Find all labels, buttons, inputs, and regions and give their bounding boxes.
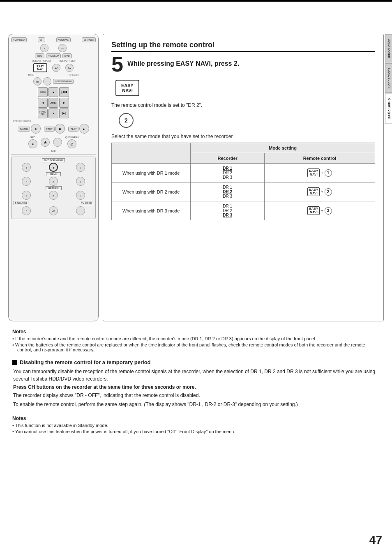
page-number: 47 [369, 533, 382, 547]
num-2-btn: 2 [49, 163, 58, 172]
bottom-notes-section: Notes • This function is not available i… [8, 416, 384, 435]
num-7-btn: 7 [22, 191, 31, 200]
side-tabs: Introduction Connections Basic Setup [385, 34, 392, 124]
remote-illustration: TV/VIDEO CH VOLUME CH/Page ∨ — HDD TIMES… [8, 34, 99, 321]
hdd-btn: HDD [35, 53, 44, 58]
tv-video-btn: TV/VIDEO [11, 37, 27, 42]
table-row: When using with DR 3 modeDR 1DR 2DR 3EAS… [112, 201, 375, 220]
stop-label-btn: STOP [44, 127, 55, 132]
vol-down-btn: ∨ [40, 44, 48, 52]
tv-guide-label: TV Guide [68, 74, 78, 76]
skip-btn: ↪ [65, 64, 74, 72]
tab-basic-setup[interactable]: Basic Setup [385, 94, 392, 124]
notes-item: • If the recorder's mode and the remote … [12, 336, 380, 341]
table-row: When using with DR 2 modeDR 1DR 2DR 3EAS… [112, 182, 375, 201]
nav-down-btn: ▼ [48, 108, 58, 118]
table-cell-remote: EASY NAVI+3 [265, 201, 375, 220]
disable-text-2: The recorder display shows "DR - OFF", i… [12, 392, 380, 399]
num-8-btn: 8 [49, 191, 58, 200]
step-number: 5 [111, 53, 123, 75]
table-cell-recorder: DR 1DR 2DR 3 [191, 182, 265, 201]
tab-connections[interactable]: Connections [385, 63, 392, 93]
disable-title-text: Disabling the remote control for a tempo… [20, 359, 151, 365]
instruction-box: Setting up the remote control 5 While pr… [103, 34, 384, 321]
table-row: When using with DR 1 modeDR 1DR 2DR 3EAS… [112, 164, 375, 182]
replay-btn: ↩ [52, 64, 60, 72]
ch-page-btn: CH/Page [82, 37, 96, 42]
table-cell-recorder: DR 1DR 2DR 3 [191, 201, 265, 220]
table-mode-header: Mode setting [191, 143, 375, 153]
table-remote-header: Remote control [265, 153, 375, 164]
step-instruction: While pressing EASY NAVI, press 2. [127, 57, 239, 67]
num-6-btn: 6 [76, 177, 85, 186]
ch-btn: CH [38, 37, 46, 42]
number-2-illustration: 2 [119, 113, 375, 128]
menu-label: Menu [28, 74, 34, 76]
table-cell-remote: EASY NAVI+1 [265, 164, 375, 182]
num-plus10-btn: +10 [49, 206, 58, 215]
dvd-btn: DVD [62, 53, 72, 58]
select-text: Select the same mode that you have set t… [111, 134, 375, 139]
disable-bold-instruction: Press CH buttons on the recorder at the … [12, 384, 380, 390]
disable-section: Disabling the remote control for a tempo… [8, 359, 384, 410]
num-2-circle: 2 [119, 113, 134, 128]
step-row: 5 While pressing EASY NAVI, press 2. [111, 57, 375, 75]
top-border [0, 0, 392, 2]
mode-description: The remote control mode is set to "DR 2"… [111, 102, 375, 108]
table-cell-remote: EASY NAVI+2 [265, 182, 375, 201]
quick-menu-btn: ⊙ [67, 139, 76, 148]
pic-search-label: PICTURE SEARCH [13, 120, 31, 122]
tab-introduction[interactable]: Introduction [385, 34, 392, 62]
pause-btn: ⏸ [31, 124, 41, 134]
black-square-icon [12, 360, 17, 365]
nav-next-btn: ▶| [59, 108, 69, 118]
notes-section: Notes • If the recorder's mode and the r… [8, 329, 384, 353]
section-title: Setting up the remote control [111, 41, 375, 52]
bottom-notes-item: • You cannot use this feature when the p… [12, 429, 380, 434]
nav-enter-btn: ENTER [48, 98, 58, 108]
volume-btn: VOLUME [56, 37, 71, 42]
num-3-btn: 3 [76, 163, 85, 172]
stop-btn: ⏹ [55, 124, 65, 134]
easy-navi-illustration: EASYNAVI [115, 80, 375, 96]
table-cell-recorder: DR 1DR 2DR 3 [191, 164, 265, 182]
bottom-notes-list: • This function is not available in Stan… [12, 423, 380, 434]
notes-list: • If the recorder's mode and the remote … [12, 336, 380, 352]
easy-navi-btn: EASYNAVI [33, 63, 47, 72]
nav-prev-btn: |◀◀ [59, 87, 69, 97]
info-btn: Info [33, 77, 42, 85]
nav-right-btn: ▶ [59, 98, 69, 108]
vol-up-btn: — [58, 44, 67, 52]
nav-frame-btn: FRAMEADJ [38, 108, 48, 118]
table-recorder-header: Recorder [191, 153, 265, 164]
nav-up-btn: ▲ [48, 87, 58, 97]
disable-title: Disabling the remote control for a tempo… [12, 359, 380, 365]
nav-left-btn: ◀ [38, 98, 48, 108]
nav-slow-btn: SLOW [38, 87, 48, 97]
nav-center-btn [43, 77, 51, 85]
instant-replay-label: INSTANT REPLAY [31, 60, 51, 62]
bottom-notes-title: Notes [12, 416, 380, 421]
num-1-btn: 1 [22, 163, 31, 172]
easy-navi-illus-btn: EASYNAVI [115, 80, 139, 96]
circle-btn [53, 138, 62, 147]
notes-item: • When the batteries of the remote contr… [12, 342, 380, 352]
num-empty-btn [76, 206, 85, 215]
num-5-btn: 5 [49, 177, 58, 186]
table-empty-header [112, 143, 191, 164]
table-cell-label: When using with DR 1 mode [112, 164, 191, 182]
notes-title: Notes [12, 329, 380, 335]
pause-label-btn: PAUSE [18, 127, 30, 132]
content-menu-btn: CONTENT MENU [53, 79, 74, 84]
num-9-btn: 9 [76, 191, 85, 200]
remote-dvd-section: DVD TOP MENU 1 2 3 MENU 4 5 6 RETURN [11, 157, 96, 219]
disable-text-1: You can temporarily disable the receptio… [12, 368, 380, 383]
table-cell-label: When using with DR 3 mode [112, 201, 191, 220]
play-label-btn: PLAY [68, 127, 78, 132]
exit-label: Exit [51, 150, 55, 152]
instant-skip-label: INSTANT SKIP [60, 60, 76, 62]
disable-text-3: To enable the remote control, perform th… [12, 401, 380, 408]
timeslp-btn: TIMESLP [46, 53, 61, 58]
star-btn: ★ [41, 138, 50, 147]
num-0-btn: 0 [22, 206, 31, 215]
